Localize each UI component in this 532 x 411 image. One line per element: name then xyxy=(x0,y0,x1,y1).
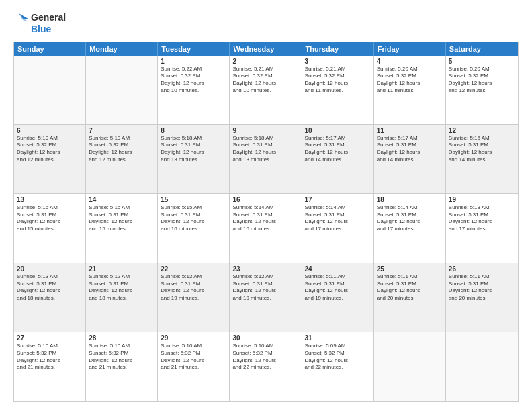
day-cell-21: 21Sunrise: 5:12 AM Sunset: 5:31 PM Dayli… xyxy=(86,263,158,332)
day-cell-26: 26Sunrise: 5:11 AM Sunset: 5:31 PM Dayli… xyxy=(446,263,518,332)
day-number: 22 xyxy=(161,265,226,273)
day-number: 8 xyxy=(161,127,226,134)
day-number: 11 xyxy=(377,127,443,134)
day-cell-25: 25Sunrise: 5:11 AM Sunset: 5:31 PM Dayli… xyxy=(374,263,446,332)
day-cell-28: 28Sunrise: 5:10 AM Sunset: 5:32 PM Dayli… xyxy=(86,332,158,401)
day-cell-9: 9Sunrise: 5:18 AM Sunset: 5:31 PM Daylig… xyxy=(230,125,302,193)
day-details: Sunrise: 5:13 AM Sunset: 5:31 PM Dayligh… xyxy=(449,204,515,233)
day-cell-7: 7Sunrise: 5:19 AM Sunset: 5:32 PM Daylig… xyxy=(86,125,158,193)
day-details: Sunrise: 5:10 AM Sunset: 5:32 PM Dayligh… xyxy=(89,342,154,371)
day-header-tuesday: Tuesday xyxy=(158,42,230,56)
calendar: SundayMondayTuesdayWednesdayThursdayFrid… xyxy=(13,42,519,402)
day-details: Sunrise: 5:20 AM Sunset: 5:32 PM Dayligh… xyxy=(377,66,443,95)
day-cell-29: 29Sunrise: 5:10 AM Sunset: 5:32 PM Dayli… xyxy=(158,332,230,401)
day-details: Sunrise: 5:21 AM Sunset: 5:32 PM Dayligh… xyxy=(305,66,371,95)
day-details: Sunrise: 5:09 AM Sunset: 5:32 PM Dayligh… xyxy=(305,342,371,371)
day-details: Sunrise: 5:10 AM Sunset: 5:32 PM Dayligh… xyxy=(232,342,298,371)
day-details: Sunrise: 5:22 AM Sunset: 5:32 PM Dayligh… xyxy=(161,66,226,95)
calendar-header-row: SundayMondayTuesdayWednesdayThursdayFrid… xyxy=(14,42,518,56)
day-header-monday: Monday xyxy=(86,42,158,56)
day-cell-15: 15Sunrise: 5:15 AM Sunset: 5:31 PM Dayli… xyxy=(158,194,230,263)
logo-blue: Blue xyxy=(31,24,66,35)
day-number: 21 xyxy=(89,265,154,273)
day-number: 17 xyxy=(305,196,371,203)
day-details: Sunrise: 5:11 AM Sunset: 5:31 PM Dayligh… xyxy=(305,273,371,302)
day-cell-11: 11Sunrise: 5:17 AM Sunset: 5:31 PM Dayli… xyxy=(374,125,446,193)
day-details: Sunrise: 5:13 AM Sunset: 5:31 PM Dayligh… xyxy=(17,273,83,302)
day-cell-17: 17Sunrise: 5:14 AM Sunset: 5:31 PM Dayli… xyxy=(302,194,374,263)
day-cell-30: 30Sunrise: 5:10 AM Sunset: 5:32 PM Dayli… xyxy=(230,332,302,401)
day-cell-12: 12Sunrise: 5:16 AM Sunset: 5:31 PM Dayli… xyxy=(446,125,518,193)
day-number: 2 xyxy=(232,58,298,65)
day-number: 29 xyxy=(161,334,226,342)
day-details: Sunrise: 5:19 AM Sunset: 5:32 PM Dayligh… xyxy=(17,135,83,164)
day-cell-8: 8Sunrise: 5:18 AM Sunset: 5:31 PM Daylig… xyxy=(158,125,230,193)
day-cell-18: 18Sunrise: 5:14 AM Sunset: 5:31 PM Dayli… xyxy=(374,194,446,263)
calendar-row-3: 20Sunrise: 5:13 AM Sunset: 5:31 PM Dayli… xyxy=(14,263,518,332)
day-number: 25 xyxy=(377,265,443,273)
day-cell-10: 10Sunrise: 5:17 AM Sunset: 5:31 PM Dayli… xyxy=(302,125,374,193)
day-number: 31 xyxy=(305,334,371,342)
calendar-row-4: 27Sunrise: 5:10 AM Sunset: 5:32 PM Dayli… xyxy=(14,332,518,401)
day-number: 12 xyxy=(449,127,515,134)
day-cell-20: 20Sunrise: 5:13 AM Sunset: 5:31 PM Dayli… xyxy=(14,263,86,332)
day-details: Sunrise: 5:14 AM Sunset: 5:31 PM Dayligh… xyxy=(305,204,371,233)
day-number: 6 xyxy=(17,127,83,134)
day-cell-3: 3Sunrise: 5:21 AM Sunset: 5:32 PM Daylig… xyxy=(302,56,374,124)
logo-general: General xyxy=(31,12,66,24)
day-cell-27: 27Sunrise: 5:10 AM Sunset: 5:32 PM Dayli… xyxy=(14,332,86,401)
day-details: Sunrise: 5:20 AM Sunset: 5:32 PM Dayligh… xyxy=(449,66,515,95)
day-details: Sunrise: 5:14 AM Sunset: 5:31 PM Dayligh… xyxy=(377,204,443,233)
day-header-thursday: Thursday xyxy=(302,42,374,56)
day-number: 14 xyxy=(89,196,154,203)
calendar-row-0: 1Sunrise: 5:22 AM Sunset: 5:32 PM Daylig… xyxy=(14,56,518,124)
day-details: Sunrise: 5:19 AM Sunset: 5:32 PM Dayligh… xyxy=(89,135,154,164)
day-number: 3 xyxy=(305,58,371,65)
day-number: 24 xyxy=(305,265,371,273)
day-header-saturday: Saturday xyxy=(446,42,518,56)
day-details: Sunrise: 5:10 AM Sunset: 5:32 PM Dayligh… xyxy=(17,342,83,371)
day-cell-1: 1Sunrise: 5:22 AM Sunset: 5:32 PM Daylig… xyxy=(158,56,230,124)
generalblue-icon xyxy=(13,13,28,34)
day-details: Sunrise: 5:12 AM Sunset: 5:31 PM Dayligh… xyxy=(232,273,298,302)
day-cell-5: 5Sunrise: 5:20 AM Sunset: 5:32 PM Daylig… xyxy=(446,56,518,124)
day-number: 26 xyxy=(449,265,515,273)
day-cell-2: 2Sunrise: 5:21 AM Sunset: 5:32 PM Daylig… xyxy=(230,56,302,124)
day-number: 27 xyxy=(17,334,83,342)
day-details: Sunrise: 5:16 AM Sunset: 5:31 PM Dayligh… xyxy=(17,204,83,233)
day-header-sunday: Sunday xyxy=(14,42,86,56)
day-details: Sunrise: 5:18 AM Sunset: 5:31 PM Dayligh… xyxy=(232,135,298,164)
day-header-wednesday: Wednesday xyxy=(230,42,302,56)
day-details: Sunrise: 5:21 AM Sunset: 5:32 PM Dayligh… xyxy=(232,66,298,95)
day-number: 18 xyxy=(377,196,443,203)
day-details: Sunrise: 5:11 AM Sunset: 5:31 PM Dayligh… xyxy=(377,273,443,302)
svg-marker-0 xyxy=(19,13,28,19)
day-number: 4 xyxy=(377,58,443,65)
day-details: Sunrise: 5:12 AM Sunset: 5:31 PM Dayligh… xyxy=(161,273,226,302)
day-details: Sunrise: 5:15 AM Sunset: 5:31 PM Dayligh… xyxy=(161,204,226,233)
day-number: 23 xyxy=(232,265,298,273)
calendar-body: 1Sunrise: 5:22 AM Sunset: 5:32 PM Daylig… xyxy=(14,56,518,401)
day-details: Sunrise: 5:12 AM Sunset: 5:31 PM Dayligh… xyxy=(89,273,154,302)
day-number: 30 xyxy=(232,334,298,342)
header: General Blue xyxy=(13,12,519,35)
day-cell-19: 19Sunrise: 5:13 AM Sunset: 5:31 PM Dayli… xyxy=(446,194,518,263)
day-number: 9 xyxy=(232,127,298,134)
empty-cell xyxy=(86,56,158,124)
day-details: Sunrise: 5:10 AM Sunset: 5:32 PM Dayligh… xyxy=(161,342,226,371)
day-details: Sunrise: 5:17 AM Sunset: 5:31 PM Dayligh… xyxy=(305,135,371,164)
day-cell-22: 22Sunrise: 5:12 AM Sunset: 5:31 PM Dayli… xyxy=(158,263,230,332)
day-cell-14: 14Sunrise: 5:15 AM Sunset: 5:31 PM Dayli… xyxy=(86,194,158,263)
day-details: Sunrise: 5:11 AM Sunset: 5:31 PM Dayligh… xyxy=(449,273,515,302)
day-number: 5 xyxy=(449,58,515,65)
day-number: 7 xyxy=(89,127,154,134)
day-cell-31: 31Sunrise: 5:09 AM Sunset: 5:32 PM Dayli… xyxy=(302,332,374,401)
calendar-row-2: 13Sunrise: 5:16 AM Sunset: 5:31 PM Dayli… xyxy=(14,193,518,263)
day-number: 15 xyxy=(161,196,226,203)
day-number: 1 xyxy=(161,58,226,65)
day-cell-24: 24Sunrise: 5:11 AM Sunset: 5:31 PM Dayli… xyxy=(302,263,374,332)
day-details: Sunrise: 5:17 AM Sunset: 5:31 PM Dayligh… xyxy=(377,135,443,164)
day-cell-6: 6Sunrise: 5:19 AM Sunset: 5:32 PM Daylig… xyxy=(14,125,86,193)
day-number: 20 xyxy=(17,265,83,273)
day-cell-4: 4Sunrise: 5:20 AM Sunset: 5:32 PM Daylig… xyxy=(374,56,446,124)
